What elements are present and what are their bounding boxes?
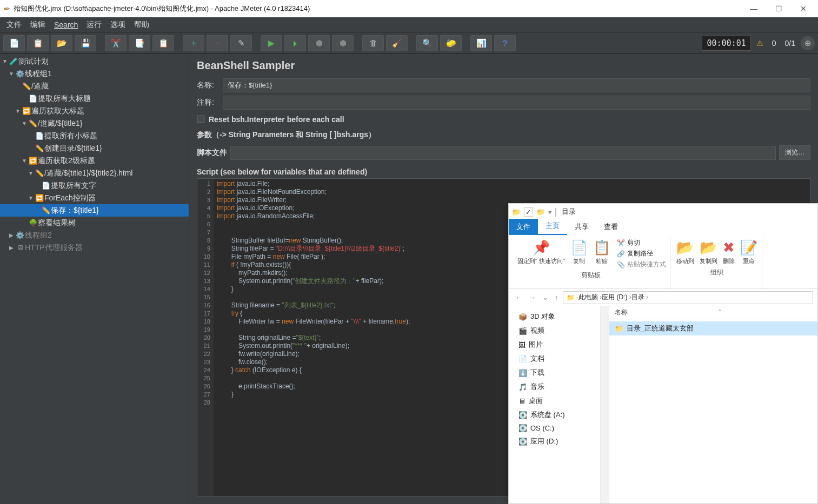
- delete-button[interactable]: ✖删除: [722, 238, 736, 266]
- reset-checkbox[interactable]: [197, 116, 204, 123]
- close-button[interactable]: ✕: [791, 0, 816, 17]
- reset-search-button[interactable]: 🧽: [440, 35, 462, 51]
- copyto-button[interactable]: 📂复制到: [699, 238, 719, 266]
- tree-node[interactable]: ▶⚙️线程组2: [0, 229, 189, 241]
- tree-node[interactable]: ▼🔁ForEach控制器: [0, 192, 189, 204]
- qs-icon: ✓: [524, 207, 533, 217]
- copy-button[interactable]: 📑: [129, 35, 150, 51]
- tree-node[interactable]: ▼✏️/道藏/${title1}: [0, 117, 189, 130]
- tree-node[interactable]: 📄提取所有大标题: [0, 92, 189, 105]
- maximize-button[interactable]: ☐: [766, 0, 791, 17]
- tree-node[interactable]: ▶🖥HTTP代理服务器: [0, 241, 189, 254]
- new-button[interactable]: 📄: [3, 35, 25, 51]
- tab-home[interactable]: 主页: [538, 218, 567, 235]
- nav-item[interactable]: 💽应用 (D:): [509, 434, 600, 448]
- collapse-button[interactable]: －: [207, 35, 228, 51]
- scriptfile-label: 脚本文件: [197, 148, 227, 158]
- menu-file[interactable]: 文件: [2, 18, 26, 32]
- clear-all-button[interactable]: 🧹: [386, 35, 408, 51]
- file-item[interactable]: 📁 目录_正统道藏太玄部: [609, 321, 817, 335]
- nav-item[interactable]: 🖼图片: [509, 338, 600, 352]
- start-no-pause-button[interactable]: ⏵: [284, 35, 306, 51]
- shutdown-button[interactable]: ⬢: [332, 35, 354, 51]
- rename-button[interactable]: 📝重命: [739, 238, 759, 266]
- address-bar: ← → ⌄ ↑ 📁 › 此电脑 应用 (D:) 目录: [509, 289, 817, 306]
- nav-item[interactable]: ⬇️下载: [509, 366, 600, 380]
- menu-help[interactable]: 帮助: [130, 18, 154, 32]
- tree-node[interactable]: ▼🔁遍历获取2级标题: [0, 154, 189, 167]
- save-button[interactable]: 💾: [75, 35, 96, 51]
- function-helper-button[interactable]: 📊: [470, 35, 492, 51]
- pin-button[interactable]: 📌固定到" 快速访问": [516, 238, 566, 269]
- scriptfile-input[interactable]: [230, 146, 776, 160]
- paste-button-exp[interactable]: 📋粘贴: [592, 238, 611, 269]
- threads-icon[interactable]: ⊕: [801, 36, 815, 50]
- tree-node[interactable]: 🌳察看结果树: [0, 217, 189, 229]
- expand-button[interactable]: ＋: [183, 35, 204, 51]
- tree-node[interactable]: ✏️/道藏: [0, 80, 189, 92]
- back-button[interactable]: ←: [513, 293, 524, 301]
- copy-button-exp[interactable]: 📄复制: [569, 238, 589, 269]
- nav-item[interactable]: 📄文档: [509, 352, 600, 366]
- copypath-button[interactable]: 🔗复制路径: [617, 249, 666, 258]
- menu-edit[interactable]: 编辑: [26, 18, 50, 32]
- warning-icon: ⚠: [753, 39, 767, 48]
- tree-node[interactable]: ✏️创建目录/${title1}: [0, 142, 189, 154]
- forward-button[interactable]: →: [527, 293, 538, 301]
- tab-share[interactable]: 共享: [567, 219, 596, 235]
- up-button[interactable]: ↑: [553, 293, 561, 301]
- minimize-button[interactable]: —: [741, 0, 766, 17]
- nav-item[interactable]: 🎵音乐: [509, 380, 600, 394]
- browse-button[interactable]: 浏览…: [779, 145, 810, 160]
- recent-drop[interactable]: ⌄: [540, 293, 550, 301]
- tree-node[interactable]: ▼✏️/道藏/${title1}/${title2}.html: [0, 167, 189, 179]
- tab-file[interactable]: 文件: [509, 219, 538, 235]
- pasteshort-button[interactable]: 📎粘贴快捷方式: [617, 260, 666, 269]
- line-gutter: 1234567891011121314151617181920212223242…: [197, 179, 214, 496]
- name-input[interactable]: [223, 78, 810, 92]
- help-button[interactable]: ?: [494, 35, 516, 51]
- tab-view[interactable]: 查看: [596, 219, 626, 235]
- menu-search[interactable]: Search: [50, 18, 82, 31]
- breadcrumb[interactable]: 📁 › 此电脑 应用 (D:) 目录: [563, 291, 814, 304]
- panel-heading: BeanShell Sampler: [189, 54, 818, 78]
- cut-button[interactable]: ✂️: [105, 35, 127, 51]
- cut-button-exp[interactable]: ✂️剪切: [617, 238, 666, 247]
- comment-label: 注释:: [197, 98, 223, 107]
- elapsed-time: 00:00:01: [702, 36, 750, 51]
- nav-item[interactable]: 🎬视频: [509, 324, 600, 338]
- start-button[interactable]: ▶: [261, 35, 282, 51]
- nav-item[interactable]: 🖥桌面: [509, 394, 600, 408]
- stop-button[interactable]: ⬢: [308, 35, 330, 51]
- tree-node[interactable]: ▼⚙️线程组1: [0, 68, 189, 80]
- search-tree-button[interactable]: 🔍: [416, 35, 438, 51]
- nav-item[interactable]: 💽系统盘 (A:): [509, 408, 600, 422]
- params-label: 参数（-> String Parameters 和 String [ ]bsh.…: [189, 128, 818, 145]
- tree-node[interactable]: ▼🔁遍历获取大标题: [0, 105, 189, 117]
- clear-button[interactable]: 🗑: [362, 35, 384, 51]
- nav-scrollbar[interactable]: [601, 306, 609, 503]
- folder-icon-2: 📁: [536, 208, 545, 216]
- open-button[interactable]: 📂: [51, 35, 72, 51]
- ribbon: 📌固定到" 快速访问" 📄复制 📋粘贴 ✂️剪切 🔗复制路径 📎粘贴快捷方式 剪…: [509, 235, 817, 289]
- tree-node[interactable]: 📄提取所有小标题: [0, 130, 189, 142]
- thread-count: 0/1: [782, 39, 799, 48]
- test-plan-tree[interactable]: ▼🧪测试计划▼⚙️线程组1✏️/道藏📄提取所有大标题▼🔁遍历获取大标题▼✏️/道…: [0, 54, 189, 504]
- paste-button[interactable]: 📋: [152, 35, 174, 51]
- tree-node[interactable]: 📄提取所有文字: [0, 179, 189, 192]
- nav-item[interactable]: 💽OS (C:): [509, 422, 600, 434]
- tree-node[interactable]: ▼🧪测试计划: [0, 55, 189, 68]
- nav-item[interactable]: 📦3D 对象: [509, 310, 600, 324]
- moveto-button[interactable]: 📂移动到: [675, 238, 695, 266]
- name-label: 名称:: [197, 80, 223, 90]
- file-pane: 名称 ˆ 📁 目录_正统道藏太玄部: [609, 306, 817, 503]
- window-title: 殆知阁优化.jmx (D:\soft\apache-jmeter-4.0\bin…: [14, 4, 741, 14]
- templates-button[interactable]: 📋: [27, 35, 49, 51]
- nav-pane[interactable]: 📦3D 对象🎬视频🖼图片📄文档⬇️下载🎵音乐🖥桌面💽系统盘 (A:)💽OS (C…: [509, 306, 601, 503]
- column-header[interactable]: 名称 ˆ: [609, 306, 817, 319]
- tree-node[interactable]: ✏️保存：${title1}: [0, 204, 189, 217]
- comment-input[interactable]: [223, 96, 810, 110]
- menu-options[interactable]: 选项: [106, 18, 130, 32]
- menu-run[interactable]: 运行: [82, 18, 106, 32]
- toggle-button[interactable]: ✎: [230, 35, 252, 51]
